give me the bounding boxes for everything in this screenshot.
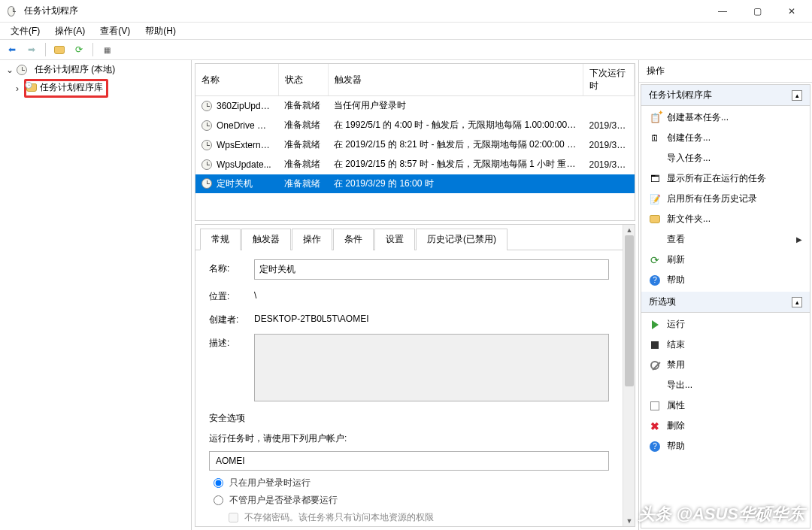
minimize-button[interactable]: — <box>705 0 740 22</box>
action-help-2[interactable]: ?帮助 <box>641 436 810 456</box>
task-row[interactable]: OneDrive St... 准备就绪 在 1992/5/1 的 4:00 时 … <box>195 116 635 135</box>
history-icon: 📝 <box>649 193 661 205</box>
action-refresh[interactable]: ⟳刷新 <box>641 250 810 270</box>
panels-icon: ▦ <box>104 46 111 54</box>
refresh-icon: ⟳ <box>75 44 83 55</box>
action-properties[interactable]: 属性 <box>641 395 810 416</box>
toolbar: ⬅ ➡ ⟳ ▦ <box>0 39 812 60</box>
toolbar-sep-2 <box>92 43 93 56</box>
action-label: 创建基本任务... <box>667 111 729 124</box>
forward-button[interactable]: ➡ <box>23 41 41 58</box>
action-label: 结束 <box>667 338 685 351</box>
arrow-right-icon: ➡ <box>28 44 35 55</box>
main-split: ⌄ 任务计划程序 (本地) › 🕒 任务计划程序库 名称 状态 触发器 <box>0 60 812 530</box>
tree-library[interactable]: › 🕒 任务计划程序库 <box>9 77 189 99</box>
close-button[interactable]: ✕ <box>774 0 809 22</box>
action-enable-history[interactable]: 📝启用所有任务历史记录 <box>641 189 810 209</box>
action-label: 显示所有正在运行的任务 <box>667 172 766 185</box>
check-no-password[interactable]: 不存储密码。该任务将只有访问本地资源的权限 <box>229 511 609 524</box>
tab-history[interactable]: 历史记录(已禁用) <box>416 229 508 250</box>
col-name[interactable]: 名称 <box>195 64 278 96</box>
task-status: 准备就绪 <box>278 96 328 116</box>
scroll-thumb[interactable] <box>625 235 634 386</box>
action-run[interactable]: 运行 <box>641 314 810 335</box>
toolbar-refresh-button[interactable]: ⟳ <box>70 41 88 58</box>
maximize-button[interactable]: ▢ <box>740 0 774 22</box>
action-label: 运行 <box>667 318 685 331</box>
task-trigger: 在 1992/5/1 的 4:00 时 - 触发后，无限期地每隔 1.00:00… <box>328 116 583 135</box>
action-create-basic[interactable]: 📋✦创建基本任务... <box>641 108 810 128</box>
menu-file[interactable]: 文件(F) <box>5 23 46 39</box>
action-show-running[interactable]: 🗔显示所有正在运行的任务 <box>641 168 810 189</box>
action-end[interactable]: 结束 <box>641 335 810 355</box>
action-label: 导出... <box>667 379 692 392</box>
action-label: 帮助 <box>667 440 685 453</box>
details-v-scrollbar[interactable]: ▲ ▼ <box>623 225 635 526</box>
collapse-icon[interactable]: ▴ <box>792 90 802 101</box>
col-trigger[interactable]: 触发器 <box>328 64 583 96</box>
tree-root[interactable]: ⌄ 任务计划程序 (本地) <box>2 62 189 77</box>
details-tabs: 常规 触发器 操作 条件 设置 历史记录(已禁用) <box>195 225 623 250</box>
tab-triggers[interactable]: 触发器 <box>241 229 291 250</box>
action-delete[interactable]: ✖删除 <box>641 416 810 436</box>
titlebar: 任务计划程序 — ▢ ✕ <box>0 0 812 23</box>
action-export[interactable]: 导出... <box>641 375 810 395</box>
toolbar-folder-button[interactable] <box>50 41 68 58</box>
details-body: 名称: 定时关机 位置: \ 创建者: DESKTOP-2TB0L5T\AOME… <box>195 250 623 526</box>
action-import[interactable]: 导入任务... <box>641 148 810 168</box>
tree-library-highlight: 🕒 任务计划程序库 <box>24 79 108 98</box>
toolbar-sep <box>45 43 46 56</box>
back-button[interactable]: ⬅ <box>3 41 21 58</box>
arrow-left-icon: ⬅ <box>8 44 16 55</box>
security-hint: 运行任务时，请使用下列用户帐户: <box>209 432 609 445</box>
toolbar-panels-button[interactable]: ▦ <box>98 41 116 58</box>
menu-action[interactable]: 操作(A) <box>49 23 91 39</box>
action-group-library[interactable]: 任务计划程序库 ▴ <box>641 85 810 106</box>
clock-icon <box>201 178 212 189</box>
task-trigger: 当任何用户登录时 <box>328 96 583 116</box>
task-row[interactable]: WpsUpdate... 准备就绪 在 2019/2/15 的 8:57 时 -… <box>195 155 635 174</box>
tree-pane: ⌄ 任务计划程序 (本地) › 🕒 任务计划程序库 <box>0 60 192 530</box>
tab-conditions[interactable]: 条件 <box>333 229 374 250</box>
action-label: 导入任务... <box>667 152 710 165</box>
col-next-run[interactable]: 下次运行时 <box>583 64 635 96</box>
field-creator: DESKTOP-2TB0L5T\AOMEI <box>254 310 369 324</box>
collapse-icon[interactable]: ▴ <box>792 297 802 307</box>
folder-icon <box>54 46 65 54</box>
action-view[interactable]: 查看▶ <box>641 229 810 250</box>
task-row[interactable]: WpsExternal... 准备就绪 在 2019/2/15 的 8:21 时… <box>195 135 635 155</box>
task-row-selected[interactable]: 定时关机 准备就绪 在 2019/3/29 的 16:00 时 <box>195 174 635 194</box>
menu-view[interactable]: 查看(V) <box>94 23 136 39</box>
task-list: 名称 状态 触发器 下次运行时 360ZipUpda... 准备就绪 当任何用户… <box>195 63 635 221</box>
action-label: 查看 <box>667 233 685 246</box>
action-new-folder[interactable]: 新文件夹... <box>641 209 810 229</box>
task-row[interactable]: 360ZipUpda... 准备就绪 当任何用户登录时 <box>195 96 635 116</box>
menubar: 文件(F) 操作(A) 查看(V) 帮助(H) <box>0 23 812 39</box>
action-create-task[interactable]: 🗓创建任务... <box>641 128 810 148</box>
delete-icon: ✖ <box>649 420 661 432</box>
tab-general[interactable]: 常规 <box>200 229 241 250</box>
tab-actions[interactable]: 操作 <box>292 229 332 250</box>
action-group-selected[interactable]: 所选项 ▴ <box>641 292 810 313</box>
field-location: \ <box>254 287 256 301</box>
task-name: OneDrive St... <box>217 120 273 131</box>
scroll-down-icon[interactable]: ▼ <box>623 516 635 526</box>
clock-icon <box>201 120 212 131</box>
scroll-up-icon[interactable]: ▲ <box>623 225 635 235</box>
radio-logged-on[interactable]: 只在用户登录时运行 <box>214 477 609 489</box>
radio-any-user[interactable]: 不管用户是否登录都要运行 <box>214 494 609 507</box>
window-controls: — ▢ ✕ <box>705 0 809 22</box>
help-icon: ? <box>649 274 661 286</box>
tab-settings[interactable]: 设置 <box>374 229 415 250</box>
menu-help[interactable]: 帮助(H) <box>139 23 182 39</box>
folder-icon: 🕒 <box>26 83 37 92</box>
action-help[interactable]: ?帮助 <box>641 270 810 290</box>
field-desc <box>254 334 609 401</box>
radio-logged-on-input[interactable] <box>214 478 223 488</box>
col-status[interactable]: 状态 <box>278 64 328 96</box>
action-disable[interactable]: 禁用 <box>641 355 810 375</box>
radio-any-user-input[interactable] <box>214 495 223 505</box>
create-basic-icon: 📋✦ <box>649 112 661 124</box>
clock-icon <box>201 159 212 170</box>
label-location: 位置: <box>209 287 241 303</box>
